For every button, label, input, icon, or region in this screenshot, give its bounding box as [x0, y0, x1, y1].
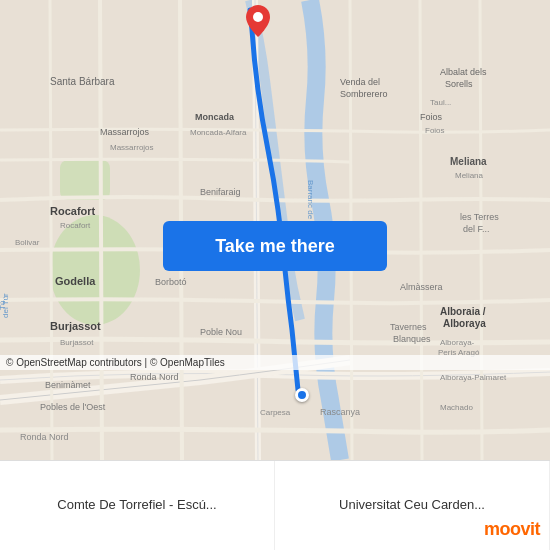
- take-me-there-button[interactable]: Take me there: [163, 221, 387, 271]
- svg-text:Burjassot: Burjassot: [60, 338, 94, 347]
- svg-text:Moncada-Alfara: Moncada-Alfara: [190, 128, 247, 137]
- svg-text:Foios: Foios: [420, 112, 443, 122]
- svg-text:Pobles de l'Oest: Pobles de l'Oest: [40, 402, 106, 412]
- svg-text:Santa Bárbara: Santa Bárbara: [50, 76, 115, 87]
- svg-text:Poble Nou: Poble Nou: [200, 327, 242, 337]
- svg-text:Godella: Godella: [55, 275, 96, 287]
- svg-text:Massarrojos: Massarrojos: [110, 143, 154, 152]
- svg-text:Alboraya-Palmaret: Alboraya-Palmaret: [440, 373, 507, 382]
- svg-text:Carpesa: Carpesa: [260, 408, 291, 417]
- svg-text:del Túr: del Túr: [1, 293, 10, 318]
- origin-label: Comte De Torrefiel - Escú...: [57, 497, 216, 514]
- svg-text:Meliana: Meliana: [455, 171, 484, 180]
- destination-pin: [246, 5, 270, 41]
- svg-text:Rocafort: Rocafort: [60, 221, 91, 230]
- svg-text:Ronda Nord: Ronda Nord: [20, 432, 69, 442]
- origin-item[interactable]: Comte De Torrefiel - Escú...: [0, 461, 275, 550]
- svg-text:Taul...: Taul...: [430, 98, 451, 107]
- moovit-brand: moovit: [484, 519, 540, 540]
- map-attribution: © OpenStreetMap contributors | © OpenMap…: [0, 355, 550, 370]
- svg-text:Burjassot: Burjassot: [50, 320, 101, 332]
- svg-text:Benifaraig: Benifaraig: [200, 187, 241, 197]
- svg-text:Tavernes: Tavernes: [390, 322, 427, 332]
- svg-text:Sorells: Sorells: [445, 79, 473, 89]
- svg-text:Massarrojos: Massarrojos: [100, 127, 150, 137]
- bottom-bar: Comte De Torrefiel - Escú... Universitat…: [0, 460, 550, 550]
- svg-text:Almàssera: Almàssera: [400, 282, 443, 292]
- svg-text:Alboraia /: Alboraia /: [440, 306, 486, 317]
- svg-text:Moncada: Moncada: [195, 112, 235, 122]
- svg-text:Rascanya: Rascanya: [320, 407, 360, 417]
- svg-text:Blanques: Blanques: [393, 334, 431, 344]
- moovit-logo: moovit: [484, 519, 540, 540]
- svg-text:Rocafort: Rocafort: [50, 205, 96, 217]
- map-container: Santa Bárbara Massarrojos Massarrojos Mo…: [0, 0, 550, 460]
- svg-text:Borbotó: Borbotó: [155, 277, 187, 287]
- svg-text:Alboraya-: Alboraya-: [440, 338, 475, 347]
- svg-text:Ronda Nord: Ronda Nord: [130, 372, 179, 382]
- svg-text:Sombrerero: Sombrerero: [340, 89, 388, 99]
- svg-text:Alboraya: Alboraya: [443, 318, 486, 329]
- svg-text:Venda del: Venda del: [340, 77, 380, 87]
- take-me-there-label: Take me there: [215, 236, 335, 257]
- svg-text:Meliana: Meliana: [450, 156, 487, 167]
- svg-text:les Terres: les Terres: [460, 212, 499, 222]
- attribution-text: © OpenStreetMap contributors | © OpenMap…: [6, 357, 225, 368]
- svg-text:Albalat dels: Albalat dels: [440, 67, 487, 77]
- svg-point-48: [253, 12, 263, 22]
- svg-text:Benimàmet: Benimàmet: [45, 380, 91, 390]
- destination-label: Universitat Ceu Carden...: [339, 497, 485, 514]
- svg-point-1: [50, 215, 140, 325]
- svg-text:Bolivar: Bolivar: [15, 238, 40, 247]
- svg-text:del F...: del F...: [463, 224, 490, 234]
- svg-text:Machado: Machado: [440, 403, 473, 412]
- origin-pin: [295, 388, 309, 402]
- svg-text:Foios: Foios: [425, 126, 445, 135]
